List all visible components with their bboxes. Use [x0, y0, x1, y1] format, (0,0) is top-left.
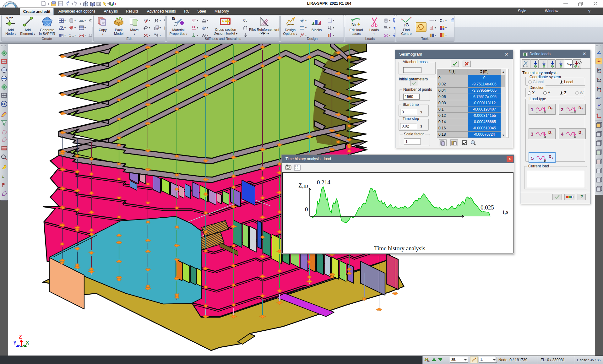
- svg-text:t: t: [551, 132, 552, 135]
- svg-text:№: №: [427, 360, 430, 363]
- svg-text:0: 0: [305, 206, 308, 213]
- svg-text:0.214: 0.214: [317, 179, 330, 186]
- svg-text:1.2: 1.2: [295, 165, 298, 167]
- svg-text:Z,m: Z,m: [298, 182, 308, 189]
- svg-text:Z: Z: [19, 334, 22, 340]
- svg-text:t: t: [579, 65, 579, 68]
- svg-text:Cc: Cc: [243, 19, 247, 22]
- svg-text:D: D: [548, 130, 551, 135]
- svg-text:t: t: [582, 132, 583, 135]
- svg-text:D: D: [579, 106, 581, 110]
- svg-text:Y: Y: [13, 340, 17, 345]
- svg-text:№: №: [351, 22, 356, 27]
- svg-text:EI: EI: [172, 17, 175, 20]
- svg-text:№: №: [154, 33, 156, 36]
- svg-text:t: t: [582, 107, 583, 111]
- svg-text:D: D: [579, 130, 581, 135]
- svg-text:XZ: XZ: [598, 69, 601, 72]
- svg-text:↓G: ↓G: [403, 22, 409, 27]
- svg-text:XY: XY: [598, 78, 601, 81]
- svg-text:X,Y,Z: X,Y,Z: [6, 17, 13, 20]
- svg-text:L: L: [2, 174, 4, 179]
- svg-text:t: t: [551, 107, 552, 111]
- svg-text:Super: Super: [567, 63, 574, 66]
- svg-text:Time history analysis: Time history analysis: [374, 245, 425, 252]
- svg-text:EF: EF: [2, 102, 6, 106]
- svg-text:z=: z=: [69, 33, 71, 35]
- svg-text:t,s: t,s: [503, 209, 508, 215]
- svg-text:D: D: [548, 106, 551, 110]
- svg-text:D: D: [549, 155, 551, 159]
- svg-text:z: z: [600, 103, 601, 105]
- svg-text:t: t: [552, 156, 553, 159]
- svg-text:Σ↓: Σ↓: [440, 18, 444, 23]
- svg-text:X: X: [26, 340, 29, 345]
- svg-text:0.025: 0.025: [481, 204, 494, 211]
- svg-text:YZ: YZ: [598, 88, 601, 90]
